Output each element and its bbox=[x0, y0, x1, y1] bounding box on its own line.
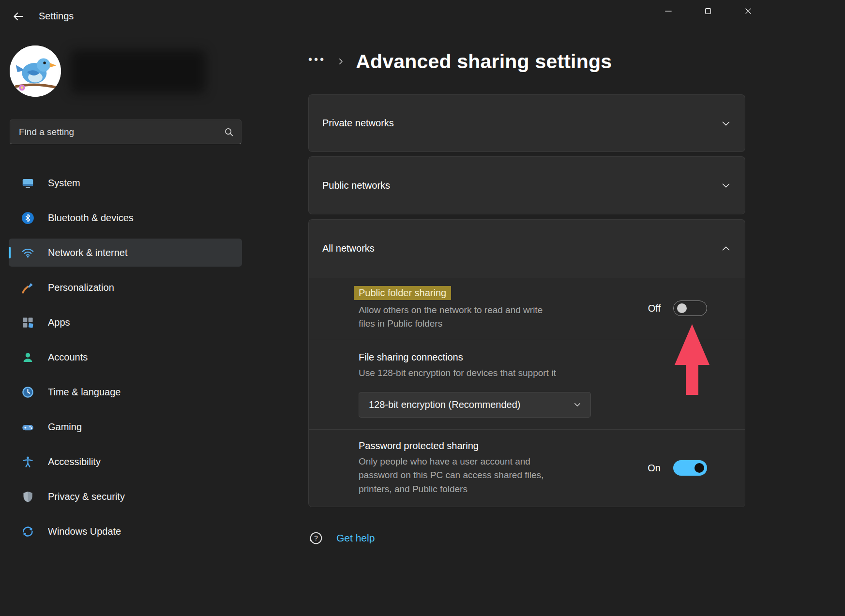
sidebar-item-bluetooth-devices[interactable]: Bluetooth & devices bbox=[9, 204, 242, 232]
get-help-section: ? Get help bbox=[308, 530, 375, 546]
all-networks-header[interactable]: All networks bbox=[309, 220, 745, 278]
breadcrumb-ellipsis-button[interactable]: ••• bbox=[308, 53, 326, 70]
encryption-dropdown-value: 128-bit encryption (Recommended) bbox=[369, 399, 521, 410]
chevron-down-icon bbox=[721, 180, 731, 191]
person-icon bbox=[21, 351, 34, 364]
search-input[interactable] bbox=[10, 120, 217, 144]
sidebar-item-label: Accessibility bbox=[48, 456, 101, 467]
file-sharing-connections-title: File sharing connections bbox=[359, 352, 463, 362]
password-protected-sharing-text: Password protected sharing Only people w… bbox=[359, 440, 557, 496]
password-protected-sharing-title: Password protected sharing bbox=[359, 440, 557, 451]
chevron-down-icon bbox=[721, 118, 731, 129]
accessibility-icon bbox=[21, 455, 34, 468]
public-networks-label: Public networks bbox=[322, 180, 390, 191]
page-title: Advanced sharing settings bbox=[356, 50, 612, 73]
public-folder-sharing-row: Public folder sharing Allow others on th… bbox=[309, 278, 745, 339]
svg-text:?: ? bbox=[314, 534, 318, 542]
bluetooth-icon bbox=[21, 211, 34, 225]
toggle-knob bbox=[677, 303, 687, 313]
sidebar-item-label: Privacy & security bbox=[48, 491, 125, 502]
user-profile[interactable] bbox=[10, 45, 213, 98]
sidebar-item-label: Time & language bbox=[48, 387, 121, 398]
get-help-icon: ? bbox=[308, 530, 324, 546]
sidebar-item-accounts[interactable]: Accounts bbox=[9, 343, 242, 371]
public-folder-sharing-text: Public folder sharing Allow others on th… bbox=[359, 286, 557, 331]
sidebar-item-time-language[interactable]: Time & language bbox=[9, 378, 242, 406]
public-folder-sharing-title: Public folder sharing bbox=[354, 286, 451, 300]
apps-icon bbox=[21, 316, 34, 329]
toggle-state-label: Off bbox=[648, 303, 661, 314]
sidebar-item-network-internet[interactable]: Network & internet bbox=[9, 239, 242, 267]
public-folder-sharing-toggle[interactable] bbox=[673, 300, 707, 316]
breadcrumb: ••• Advanced sharing settings bbox=[308, 46, 612, 76]
user-name-redacted bbox=[70, 50, 206, 93]
sidebar-item-apps[interactable]: Apps bbox=[9, 308, 242, 336]
close-button[interactable] bbox=[731, 0, 766, 22]
password-protected-sharing-row: Password protected sharing Only people w… bbox=[309, 429, 745, 507]
sidebar-item-label: System bbox=[48, 178, 80, 189]
sidebar-item-label: Network & internet bbox=[48, 247, 128, 258]
wifi-icon bbox=[21, 246, 34, 259]
get-help-link[interactable]: Get help bbox=[336, 532, 375, 544]
sidebar-item-label: Windows Update bbox=[48, 526, 121, 537]
private-networks-label: Private networks bbox=[322, 118, 394, 129]
private-networks-expander[interactable]: Private networks bbox=[308, 94, 745, 152]
paintbrush-icon bbox=[21, 281, 34, 294]
public-folder-sharing-description: Allow others on the network to read and … bbox=[359, 303, 557, 331]
app-title: Settings bbox=[39, 11, 74, 22]
sidebar-item-label: Bluetooth & devices bbox=[48, 212, 134, 224]
sidebar-item-label: Accounts bbox=[48, 352, 88, 363]
password-protected-sharing-description: Only people who have a user account and … bbox=[359, 455, 557, 496]
back-button[interactable] bbox=[8, 7, 29, 26]
selected-accent-bar bbox=[9, 247, 11, 258]
chevron-right-icon bbox=[336, 57, 345, 66]
password-protected-sharing-controls: On bbox=[648, 460, 707, 476]
minimize-button[interactable] bbox=[651, 0, 686, 22]
sidebar-item-accessibility[interactable]: Accessibility bbox=[9, 448, 242, 476]
encryption-dropdown[interactable]: 128-bit encryption (Recommended) bbox=[359, 392, 591, 418]
search-box bbox=[10, 120, 241, 144]
game-controller-icon bbox=[21, 421, 34, 434]
public-folder-sharing-controls: Off bbox=[648, 300, 707, 316]
sidebar-item-system[interactable]: System bbox=[9, 169, 242, 197]
maximize-button[interactable] bbox=[691, 0, 725, 22]
all-networks-label: All networks bbox=[322, 243, 375, 254]
sidebar-nav: System Bluetooth & devices Network & int… bbox=[9, 169, 242, 552]
sidebar-item-label: Apps bbox=[48, 317, 70, 328]
chevron-up-icon bbox=[721, 243, 731, 254]
sidebar-item-label: Gaming bbox=[48, 421, 82, 433]
chevron-down-icon bbox=[573, 400, 582, 409]
password-protected-sharing-toggle[interactable] bbox=[673, 460, 707, 476]
system-icon bbox=[21, 177, 34, 190]
titlebar: Settings bbox=[0, 0, 845, 34]
shield-icon bbox=[21, 490, 34, 503]
settings-window: Settings bbox=[0, 0, 845, 616]
avatar bbox=[10, 45, 61, 97]
file-sharing-connections-row: File sharing connections Use 128-bit enc… bbox=[309, 339, 745, 429]
file-sharing-connections-description: Use 128-bit encryption for devices that … bbox=[359, 366, 630, 380]
sidebar-item-gaming[interactable]: Gaming bbox=[9, 413, 242, 441]
update-icon bbox=[21, 525, 34, 538]
sidebar-item-label: Personalization bbox=[48, 282, 114, 293]
sidebar-item-privacy-security[interactable]: Privacy & security bbox=[9, 482, 242, 511]
clock-icon bbox=[21, 386, 34, 399]
search-icon[interactable] bbox=[217, 127, 241, 137]
sidebar-item-personalization[interactable]: Personalization bbox=[9, 273, 242, 301]
all-networks-expander: All networks Public folder sharing Allow… bbox=[308, 219, 745, 507]
toggle-knob bbox=[694, 463, 704, 473]
toggle-state-label: On bbox=[648, 463, 661, 474]
public-networks-expander[interactable]: Public networks bbox=[308, 156, 745, 214]
sidebar-item-windows-update[interactable]: Windows Update bbox=[9, 517, 242, 545]
